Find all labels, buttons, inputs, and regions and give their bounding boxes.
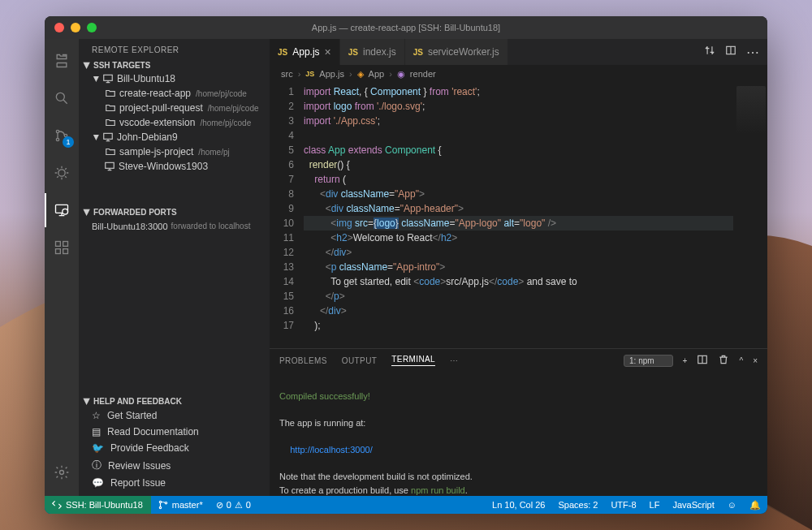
host-icon xyxy=(104,161,115,172)
help-feedback-header[interactable]: ▶ HELP AND FEEDBACK xyxy=(79,395,270,407)
source-control-icon[interactable]: 1 xyxy=(45,118,79,153)
ssh-targets-header[interactable]: ▶ SSH TARGETS xyxy=(79,59,270,71)
term-link[interactable]: http://localhost:3000/ xyxy=(290,445,373,455)
forwarded-ports-header[interactable]: ▶ FORWARDED PORTS xyxy=(79,206,270,218)
folder-label: project-pull-request xyxy=(119,102,203,114)
ssh-host-item[interactable]: Steve-Windows1903 xyxy=(79,159,270,174)
svg-rect-10 xyxy=(63,242,68,247)
ssh-folder-item[interactable]: project-pull-request /home/pj/code xyxy=(79,101,270,115)
status-problems[interactable]: ⊘0 ⚠0 xyxy=(209,496,257,514)
error-count: 0 xyxy=(227,500,231,510)
help-report-issue[interactable]: 💬Report Issue xyxy=(79,475,270,491)
error-icon: ⊘ xyxy=(216,500,223,511)
term-line: . xyxy=(465,485,468,495)
search-icon[interactable] xyxy=(45,81,79,115)
ssh-host-item[interactable]: ▶ Bill-Ubuntu18 xyxy=(79,71,270,86)
debug-icon[interactable] xyxy=(45,156,79,190)
breadcrumb-part[interactable]: render xyxy=(410,69,436,79)
folder-icon xyxy=(105,146,116,157)
svg-point-2 xyxy=(56,138,58,140)
vscode-window: App.js — create-react-app [SSH: Bill-Ubu… xyxy=(45,16,767,514)
term-line: The app is running at: xyxy=(279,418,365,428)
breadcrumb-part[interactable]: App xyxy=(369,69,385,79)
help-feedback[interactable]: 🐦Provide Feedback xyxy=(79,440,270,456)
ssh-folder-item[interactable]: create-react-app /home/pj/code xyxy=(79,86,270,101)
class-symbol-icon: ◈ xyxy=(357,69,364,80)
js-file-icon: JS xyxy=(305,70,314,78)
method-symbol-icon: ◉ xyxy=(397,69,405,80)
compare-icon[interactable] xyxy=(704,45,715,59)
panel-tab-problems[interactable]: PROBLEMS xyxy=(279,356,327,365)
code-editor[interactable]: 1234567891011121314151617 import React, … xyxy=(270,83,767,348)
js-file-icon: JS xyxy=(348,48,358,57)
maximize-panel-icon[interactable]: ^ xyxy=(739,356,743,365)
folder-icon xyxy=(105,88,116,99)
code-content[interactable]: import React, { Component } from 'react'… xyxy=(304,83,733,348)
folder-icon xyxy=(105,102,116,114)
help-review-issues[interactable]: ⓘReview Issues xyxy=(79,456,270,475)
chevron-down-icon: ▶ xyxy=(93,135,101,140)
traffic-lights xyxy=(45,23,97,32)
window-maximize-button[interactable] xyxy=(87,23,97,32)
more-icon[interactable]: ⋯ xyxy=(746,45,759,60)
breadcrumb-part[interactable]: App.js xyxy=(319,69,344,79)
close-icon[interactable]: × xyxy=(325,45,331,58)
window-minimize-button[interactable] xyxy=(71,23,80,32)
status-language[interactable]: JavaScript xyxy=(666,500,720,510)
folder-icon xyxy=(105,117,116,128)
help-label: Read Documentation xyxy=(107,426,199,437)
status-branch[interactable]: master* xyxy=(151,496,209,514)
panel-more-icon[interactable]: ⋯ xyxy=(450,356,458,365)
minimap[interactable] xyxy=(733,83,767,348)
help-label: Review Issues xyxy=(108,460,171,472)
terminal-output[interactable]: Compiled successfully! The app is runnin… xyxy=(270,372,767,496)
remote-explorer-icon[interactable] xyxy=(45,193,79,227)
ssh-folder-item[interactable]: sample-js-project /home/pj xyxy=(79,144,270,159)
close-panel-icon[interactable]: × xyxy=(753,356,758,365)
status-feedback-icon[interactable]: ☺ xyxy=(721,500,743,510)
activity-bar: 1 xyxy=(45,39,79,496)
svg-rect-9 xyxy=(63,249,68,254)
help-read-docs[interactable]: ▤Read Documentation xyxy=(79,424,270,440)
bottom-panel: PROBLEMS OUTPUT TERMINAL ⋯ 1: npm + ^ × … xyxy=(270,348,767,496)
ssh-host-item[interactable]: ▶ John-Debian9 xyxy=(79,130,270,144)
panel-tab-terminal[interactable]: TERMINAL xyxy=(391,355,435,366)
status-bar: SSH: Bill-Ubuntu18 master* ⊘0 ⚠0 Ln 10, … xyxy=(45,496,767,514)
editor-tab[interactable]: JS index.js xyxy=(340,39,405,65)
tab-label: App.js xyxy=(292,46,319,58)
split-terminal-icon[interactable] xyxy=(697,354,708,367)
breadcrumb[interactable]: src› JS App.js› ◈ App› ◉ render xyxy=(270,65,767,83)
extensions-icon[interactable] xyxy=(45,231,79,265)
forwarded-port-item[interactable]: Bill-Ubuntu18:3000 forwarded to localhos… xyxy=(79,218,270,235)
svg-rect-7 xyxy=(56,242,61,247)
panel-tab-output[interactable]: OUTPUT xyxy=(342,356,378,365)
help-label: Get Started xyxy=(107,410,157,421)
breadcrumb-part[interactable]: src xyxy=(281,69,293,79)
split-editor-icon[interactable] xyxy=(725,45,736,59)
help-label: Report Issue xyxy=(110,477,166,489)
help-get-started[interactable]: ☆Get Started xyxy=(79,407,270,424)
svg-point-18 xyxy=(159,506,161,508)
ssh-host-label: Steve-Windows1903 xyxy=(119,161,208,172)
editor-tab[interactable]: JS App.js × xyxy=(270,39,340,65)
editor-tab[interactable]: JS serviceWorker.js xyxy=(405,39,508,65)
status-indent[interactable]: Spaces: 2 xyxy=(551,500,604,510)
ssh-folder-item[interactable]: vscode-extension /home/pj/code xyxy=(79,115,270,130)
line-gutter: 1234567891011121314151617 xyxy=(270,83,304,348)
settings-gear-icon[interactable] xyxy=(45,455,79,489)
new-terminal-icon[interactable]: + xyxy=(683,356,688,365)
svg-point-11 xyxy=(60,471,64,475)
status-cursor[interactable]: Ln 10, Col 26 xyxy=(486,500,551,510)
status-remote[interactable]: SSH: Bill-Ubuntu18 xyxy=(45,496,151,514)
book-icon: ▤ xyxy=(92,426,101,437)
status-encoding[interactable]: UTF-8 xyxy=(604,500,642,510)
tab-label: index.js xyxy=(363,46,396,58)
terminal-select[interactable]: 1: npm xyxy=(624,355,673,367)
trash-icon[interactable] xyxy=(718,354,729,367)
status-bell-icon[interactable]: 🔔 xyxy=(743,500,767,511)
window-close-button[interactable] xyxy=(54,23,64,32)
status-eol[interactable]: LF xyxy=(643,500,667,510)
explorer-icon[interactable] xyxy=(45,44,79,78)
host-icon xyxy=(102,73,114,84)
folder-label: vscode-extension xyxy=(119,117,195,128)
